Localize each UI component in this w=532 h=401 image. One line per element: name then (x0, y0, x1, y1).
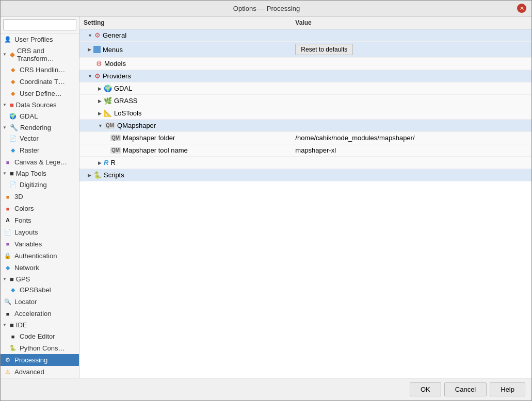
user-profiles-icon: 👤 (4, 35, 12, 43)
general-icon: ⚙ (94, 31, 101, 39)
sidebar-label-crs: CRS and Transform… (17, 47, 77, 62)
sidebar-label-user-define: User Define… (20, 90, 62, 97)
sidebar-label-canvas: Canvas & Lege… (14, 158, 67, 166)
sidebar-item-data-sources[interactable]: ▼ ■ Data Sources (1, 99, 79, 110)
sidebar-item-raster[interactable]: ◆ Raster (1, 144, 79, 156)
sidebar-item-gps[interactable]: ▼ ■ GPS (1, 274, 79, 285)
sidebar-label-ide: IDE (16, 321, 27, 329)
reset-defaults-button[interactable]: Reset to defaults (295, 44, 353, 55)
scripts-value (291, 169, 531, 181)
expand-qmapshaper-icon[interactable]: ▼ (98, 123, 103, 128)
rendering-collapse-icon: ▼ (3, 125, 7, 130)
models-icon: ⚙ (96, 60, 102, 68)
digitizing-icon: 📄 (9, 181, 17, 189)
expand-lostools-icon[interactable]: ▶ (98, 111, 102, 116)
sidebar-item-user-profiles[interactable]: 👤 User Profiles (1, 34, 79, 45)
menus-icon (93, 46, 101, 53)
mapshaper-tool-icon: QM (110, 147, 121, 154)
sidebar-item-authentication[interactable]: 🔒 Authentication (1, 250, 79, 262)
close-button[interactable]: ✕ (517, 4, 526, 13)
sidebar-item-gdal-ds[interactable]: 🌍 GDAL (1, 110, 79, 122)
sidebar-item-network[interactable]: ◆ Network (1, 262, 79, 274)
sidebar-item-canvas[interactable]: ■ Canvas & Lege… (1, 156, 79, 168)
sidebar-item-coordinate-t[interactable]: ◆ Coordinate T… (1, 76, 79, 88)
general-value (291, 29, 531, 42)
expand-grass-icon[interactable]: ▶ (98, 98, 102, 104)
sidebar-item-crs-transforms[interactable]: ▼ ◆ CRS and Transform… (1, 45, 79, 64)
gps-collapse-icon: ▼ (3, 277, 7, 281)
settings-table: Setting Value ▼ ⚙ General (79, 16, 531, 378)
data-sources-icon: ■ (10, 101, 14, 109)
setting-cell: ⚙ Models (79, 58, 291, 70)
sidebar-item-fonts[interactable]: A Fonts (1, 214, 79, 226)
sidebar-item-crs-handling[interactable]: ◆ CRS Handlin… (1, 64, 79, 76)
lostools-label: LoSTools (114, 109, 141, 117)
table-row: ▶ R R (79, 157, 531, 169)
vector-icon: 📄 (9, 135, 17, 143)
table-row: ⚙ Models (79, 58, 531, 70)
setting-cell: ▼ ⚙ Providers (79, 70, 291, 82)
sidebar-item-python-cons[interactable]: 🐍 Python Cons… (1, 342, 79, 354)
acceleration-icon: ■ (4, 310, 12, 318)
sidebar-item-gpsbabel[interactable]: ◆ GPSBabel (1, 285, 79, 296)
sidebar-item-digitizing[interactable]: 📄 Digitizing (1, 179, 79, 191)
gpsbabel-icon: ◆ (9, 286, 17, 294)
sidebar-item-rendering[interactable]: ▼ 🔧 Rendering (1, 122, 79, 133)
sidebar-label-gps: GPS (16, 275, 30, 283)
data-sources-collapse-icon: ▼ (3, 103, 7, 107)
qmapshaper-value (291, 120, 531, 132)
sidebar-item-map-tools[interactable]: ▼ ■ Map Tools (1, 168, 79, 179)
cancel-button[interactable]: Cancel (444, 382, 487, 396)
expand-r-icon[interactable]: ▶ (98, 160, 102, 165)
sidebar-label-map-tools: Map Tools (16, 170, 46, 177)
sidebar-item-locator[interactable]: 🔍 Locator (1, 296, 79, 308)
expand-menus-icon[interactable]: ▶ (88, 47, 91, 52)
ok-button[interactable]: OK (410, 382, 441, 396)
help-button[interactable]: Help (490, 382, 525, 396)
sidebar-label-layouts: Layouts (14, 228, 38, 236)
sidebar-item-acceleration[interactable]: ■ Acceleration (1, 308, 79, 320)
sidebar-item-code-editor[interactable]: ■ Code Editor (1, 330, 79, 342)
sidebar-label-code-editor: Code Editor (20, 332, 55, 340)
expand-providers-icon[interactable]: ▼ (88, 74, 92, 79)
scripts-label: Scripts (104, 171, 124, 179)
setting-cell: QM Mapshaper tool name (79, 144, 291, 157)
r-label: R (110, 159, 115, 166)
collapse-icon: ▼ (3, 52, 7, 57)
sidebar: 👤 User Profiles ▼ ◆ CRS and Transform… ◆… (1, 16, 79, 378)
dialog-title: Options — Processing (16, 5, 517, 12)
layouts-icon: 📄 (4, 228, 12, 236)
gdal-ds-icon: 🌍 (9, 112, 17, 120)
setting-cell: ▶ 🌍 GDAL (79, 82, 291, 95)
setting-cell: ▼ QM QMapshaper (79, 120, 291, 132)
models-label: Models (104, 60, 126, 68)
expand-gdal-icon[interactable]: ▶ (98, 86, 102, 91)
crs-handling-icon: ◆ (9, 65, 17, 74)
general-label: General (103, 31, 126, 39)
sidebar-item-variables[interactable]: ■ Variables (1, 238, 79, 250)
sidebar-item-layouts[interactable]: 📄 Layouts (1, 226, 79, 238)
gdal-label: GDAL (114, 85, 132, 92)
title-bar: Options — Processing ✕ (1, 1, 531, 16)
sidebar-item-ide[interactable]: ▼ ■ IDE (1, 320, 79, 330)
sidebar-item-processing[interactable]: ⚙ Processing (1, 354, 79, 366)
expand-scripts-icon[interactable]: ▶ (88, 173, 91, 178)
rendering-icon: 🔧 (10, 124, 18, 131)
setting-cell: ▶ 🐍 Scripts (79, 169, 291, 181)
ide-icon: ■ (10, 321, 14, 329)
col-value: Value (291, 16, 531, 29)
qmapshaper-label: QMapshaper (117, 122, 156, 129)
sidebar-item-colors[interactable]: ■ Colors (1, 203, 79, 214)
sidebar-label-coordinate: Coordinate T… (20, 78, 65, 86)
providers-label: Providers (103, 72, 131, 80)
sidebar-item-advanced[interactable]: ⚠ Advanced (1, 366, 79, 378)
sidebar-label-variables: Variables (14, 240, 42, 248)
expand-general-icon[interactable]: ▼ (88, 33, 92, 38)
sidebar-item-3d[interactable]: ■ 3D (1, 191, 79, 203)
sidebar-item-user-define[interactable]: ◆ User Define… (1, 88, 79, 99)
scripts-icon: 🐍 (93, 171, 102, 179)
table-row: QM Mapshaper folder /home/cahik/node_mod… (79, 132, 531, 144)
search-input[interactable] (3, 19, 76, 30)
sidebar-item-vector[interactable]: 📄 Vector (1, 133, 79, 145)
options-dialog: Options — Processing ✕ 👤 User Profiles ▼… (0, 0, 532, 401)
